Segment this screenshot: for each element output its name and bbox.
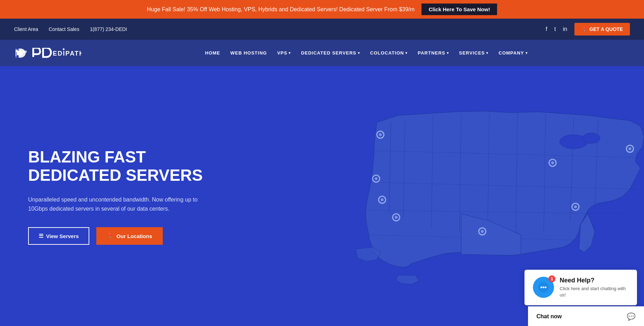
chat-icon-svg — [538, 282, 549, 293]
us-map-svg — [335, 80, 644, 298]
nav-colocation[interactable]: COLOCATION ▾ — [366, 47, 412, 58]
svg-rect-4 — [42, 48, 44, 57]
svg-point-17 — [582, 133, 600, 143]
twitter-icon[interactable]: t — [554, 26, 556, 32]
svg-point-21 — [375, 177, 378, 180]
company-chevron: ▾ — [526, 51, 528, 55]
svg-text:EDIPATH: EDIPATH — [53, 50, 82, 57]
phone-link[interactable]: 1(877) 234-DEDI — [90, 26, 127, 32]
svg-point-36 — [543, 287, 545, 288]
our-locations-button[interactable]: 📍 Our Locations — [96, 227, 163, 245]
hero-subtitle: Unparalleled speed and uncontended bandw… — [28, 195, 211, 213]
contact-sales-link[interactable]: Contact Sales — [49, 26, 79, 32]
main-nav: ℕ EDIPATH HOME WEB HOSTING VPS ▾ DEDICAT… — [0, 40, 644, 66]
chat-title: Need Help? — [560, 277, 629, 284]
hero-title: BLAZING FAST DEDICATED SERVERS — [28, 148, 211, 185]
nav-partners[interactable]: PARTNERS ▾ — [413, 47, 453, 58]
chat-bubble-icon — [533, 277, 554, 298]
quote-btn-label: GET A QUOTE — [590, 26, 623, 32]
quote-pin-icon: 📍 — [581, 26, 587, 32]
client-area-link[interactable]: Client Area — [14, 26, 38, 32]
svg-point-19 — [379, 133, 382, 136]
chat-now-bar[interactable]: Chat now 💬 — [528, 306, 644, 326]
logo[interactable]: ℕ EDIPATH — [14, 46, 82, 60]
chat-subtitle: Click here and start chatting with us! — [560, 286, 629, 298]
us-map-container — [335, 80, 644, 298]
server-list-icon: ☰ — [39, 233, 43, 239]
svg-text:ℕ: ℕ — [15, 49, 21, 58]
main-nav-items: HOME WEB HOSTING VPS ▾ DEDICATED SERVERS… — [103, 47, 630, 58]
svg-point-33 — [629, 147, 631, 150]
nav-services[interactable]: SERVICES ▾ — [455, 47, 493, 58]
vps-chevron: ▾ — [289, 51, 291, 55]
top-banner: Huge Fall Sale! 35% Off Web Hosting, VPS… — [0, 0, 644, 19]
nav-vps[interactable]: VPS ▾ — [273, 47, 295, 58]
svg-point-31 — [574, 205, 577, 208]
view-servers-button[interactable]: ☰ View Servers — [28, 227, 89, 245]
location-pin-icon: 📍 — [107, 233, 114, 239]
svg-point-27 — [481, 230, 484, 233]
secondary-nav-right: f t in 📍 GET A QUOTE — [546, 23, 630, 36]
secondary-nav-links: Client Area Contact Sales 1(877) 234-DED… — [14, 26, 127, 32]
logo-wordmark: EDIPATH — [32, 48, 82, 58]
secondary-nav: Client Area Contact Sales 1(877) 234-DED… — [0, 19, 644, 40]
hero-content: BLAZING FAST DEDICATED SERVERS Unparalle… — [0, 120, 239, 273]
chat-now-icon: 💬 — [627, 312, 636, 321]
our-locations-label: Our Locations — [116, 233, 152, 239]
services-chevron: ▾ — [486, 51, 488, 55]
nav-home[interactable]: HOME — [201, 47, 224, 58]
svg-point-35 — [541, 287, 542, 288]
save-now-button[interactable]: Click Here To Save Now! — [421, 4, 497, 15]
linkedin-icon[interactable]: in — [563, 26, 567, 32]
svg-point-25 — [395, 216, 398, 219]
partners-chevron: ▾ — [447, 51, 449, 55]
svg-point-23 — [381, 198, 384, 201]
svg-rect-3 — [32, 48, 34, 57]
get-quote-button[interactable]: 📍 GET A QUOTE — [574, 23, 630, 36]
logo-svg: ℕ — [14, 46, 29, 60]
chat-now-label: Chat now — [536, 313, 562, 320]
dedicated-chevron: ▾ — [358, 51, 360, 55]
nav-web-hosting[interactable]: WEB HOSTING — [226, 47, 271, 58]
nav-dedicated-servers[interactable]: DEDICATED SERVERS ▾ — [297, 47, 364, 58]
colocation-chevron: ▾ — [405, 51, 407, 55]
chat-widget-text: Need Help? Click here and start chatting… — [560, 277, 629, 298]
facebook-icon[interactable]: f — [546, 26, 547, 32]
svg-point-37 — [545, 287, 547, 288]
hero-buttons: ☰ View Servers 📍 Our Locations — [28, 227, 211, 245]
nav-company[interactable]: COMPANY ▾ — [494, 47, 532, 58]
chat-widget[interactable]: Need Help? Click here and start chatting… — [524, 270, 637, 305]
svg-point-29 — [551, 161, 554, 164]
hero-section: BLAZING FAST DEDICATED SERVERS Unparalle… — [0, 66, 644, 326]
svg-point-6 — [63, 48, 65, 50]
banner-text: Huge Fall Sale! 35% Off Web Hosting, VPS… — [147, 6, 415, 13]
view-servers-label: View Servers — [46, 233, 79, 239]
